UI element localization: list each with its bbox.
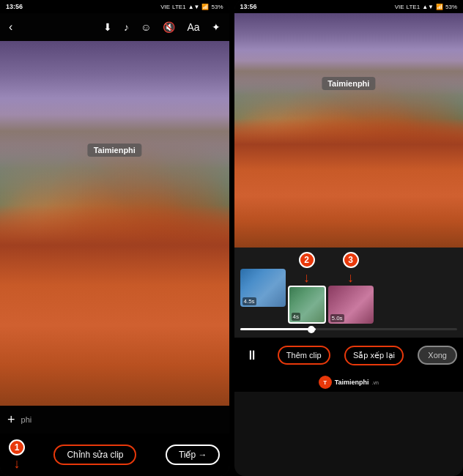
action-row-right: ⏸ Thêm clip Sắp xếp lại Xong — [234, 338, 464, 373]
done-button[interactable]: Xong — [418, 346, 457, 365]
rearrange-button[interactable]: Sắp xếp lại — [344, 346, 404, 365]
video-preview-right: Taimienphi — [234, 13, 464, 248]
status-icons-right: VIE LTE1 ▲▼ 📶 53% — [395, 4, 457, 10]
status-bar-left: 13:56 VIE LTE1 ▲▼ 📶 53% — [0, 0, 229, 13]
clip-duration-1: 4.5s — [242, 297, 256, 305]
effects-icon[interactable]: ✦ — [212, 21, 221, 33]
flowers-layer-right — [234, 119, 464, 248]
text-icon[interactable]: Aa — [187, 21, 199, 33]
progress-bar[interactable] — [240, 328, 458, 330]
toolbar-left: ‹ ⬇ ♪ ☺ 🔇 Aa ✦ — [0, 13, 229, 41]
timeline-section: 4.5s 2 ↓ 4s 3 ↓ 5.0s — [234, 248, 464, 338]
mute-icon[interactable]: 🔇 — [163, 21, 175, 33]
status-icons-left: VIE LTE1 ▲▼ 📶 53% — [160, 4, 223, 10]
arrow-3: ↓ — [347, 271, 354, 284]
action-row-left: 1 ↓ Chỉnh sửa clip Tiếp → — [0, 434, 229, 476]
arrow-2: ↓ — [303, 271, 310, 284]
emoji-icon[interactable]: ☺ — [141, 21, 151, 33]
bottom-watermark-bar: T Taimienphi .vn — [234, 373, 464, 392]
music-icon[interactable]: ♪ — [124, 21, 129, 33]
add-clip-button[interactable]: Thêm clip — [278, 346, 330, 365]
clip-duration-2: 4s — [292, 313, 300, 321]
badge-1: 1 — [9, 439, 25, 455]
sky-overlay — [0, 41, 229, 205]
timeline-track: 4.5s 2 ↓ 4s 3 ↓ 5.0s — [240, 252, 458, 324]
clip-name: phi — [21, 415, 32, 424]
clip-thumb-3[interactable]: 5.0s — [328, 286, 374, 324]
status-bar-right: 13:56 VIE LTE1 ▲▼ 📶 53% — [234, 0, 464, 13]
phone-divider — [231, 0, 233, 476]
badge-2: 2 — [299, 252, 315, 268]
video-preview-left: Taimienphi — [0, 41, 229, 406]
time-right: 13:56 — [240, 3, 257, 10]
download-icon[interactable]: ⬇ — [103, 21, 112, 33]
clip-thumb-1[interactable]: 4.5s — [240, 269, 286, 307]
watermark-right: Taimienphi — [322, 77, 375, 90]
left-phone: 13:56 VIE LTE1 ▲▼ 📶 53% ‹ ⬇ ♪ ☺ 🔇 Aa ✦ T… — [0, 0, 229, 476]
next-button[interactable]: Tiếp → — [166, 445, 221, 465]
progress-fill — [240, 328, 316, 330]
progress-handle[interactable] — [308, 326, 315, 333]
arrow-1: ↓ — [14, 457, 21, 470]
play-pause-button[interactable]: ⏸ — [240, 343, 264, 367]
taimienphi-name: Taimienphi — [335, 379, 369, 386]
taimienphi-logo: T — [319, 376, 332, 389]
clip-thumb-2[interactable]: 4s — [288, 286, 326, 324]
clip-label-bar: + phi — [0, 406, 229, 434]
back-icon[interactable]: ‹ — [9, 21, 12, 34]
edit-clip-button[interactable]: Chỉnh sửa clip — [53, 445, 136, 465]
add-icon[interactable]: + — [7, 412, 15, 428]
time-left: 13:56 — [6, 3, 23, 10]
edit-clip-annotation: 1 ↓ — [9, 439, 25, 470]
taimienphi-domain: .vn — [372, 380, 379, 385]
sky-overlay-right — [234, 13, 464, 119]
badge-3: 3 — [343, 252, 359, 268]
flowers-layer — [0, 205, 229, 406]
watermark-left: Taimienphi — [88, 144, 141, 157]
clip-duration-3: 5.0s — [330, 314, 344, 322]
right-phone: 13:56 VIE LTE1 ▲▼ 📶 53% Taimienphi 4.5s … — [234, 0, 464, 476]
